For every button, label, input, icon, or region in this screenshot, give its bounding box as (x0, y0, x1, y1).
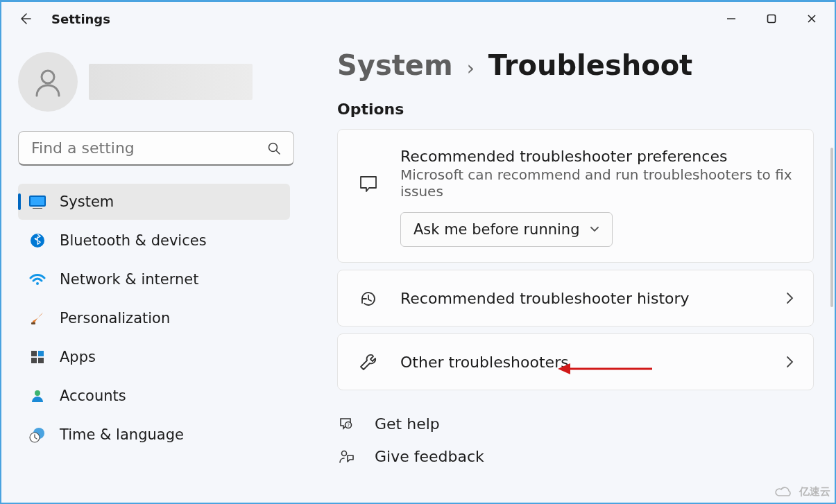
svg-rect-7 (33, 208, 42, 209)
settings-window: { "title": "Settings", "search": { "plac… (0, 0, 836, 504)
dropdown-value: Ask me before running (413, 221, 580, 238)
card-title: Other troubleshooters (400, 354, 765, 371)
card-other-troubleshooters[interactable]: Other troubleshooters (337, 333, 814, 390)
accounts-icon (28, 386, 47, 406)
nav-list: System Bluetooth & devices Network & int… (18, 184, 290, 453)
sidebar-item-personalization[interactable]: Personalization (18, 300, 290, 336)
card-subtitle: Microsoft can recommend and run troubles… (400, 166, 794, 200)
minimize-icon (726, 14, 736, 24)
back-arrow-icon (18, 12, 32, 26)
sidebar-item-label: System (60, 193, 114, 210)
svg-point-9 (36, 282, 39, 285)
options-cards: Recommended troubleshooter preferences M… (337, 129, 814, 390)
chevron-right-icon (785, 291, 794, 305)
clock-globe-icon (28, 425, 47, 444)
profile-name-redacted (89, 64, 253, 100)
scrollbar-thumb[interactable] (830, 148, 833, 307)
link-label: Give feedback (375, 448, 484, 465)
svg-rect-11 (31, 351, 37, 356)
svg-rect-10 (31, 322, 35, 324)
sidebar-item-accounts[interactable]: Accounts (18, 378, 290, 414)
svg-rect-13 (31, 358, 37, 363)
card-title: Recommended troubleshooter history (400, 290, 765, 307)
chevron-right-icon (785, 355, 794, 369)
history-icon (357, 288, 379, 309)
sidebar: System Bluetooth & devices Network & int… (1, 35, 307, 503)
sidebar-item-system[interactable]: System (18, 184, 290, 220)
avatar (18, 52, 78, 112)
sidebar-item-label: Apps (60, 349, 96, 365)
link-give-feedback[interactable]: Give feedback (337, 448, 814, 465)
search-icon (267, 141, 281, 155)
svg-point-15 (35, 390, 40, 396)
link-get-help[interactable]: ? Get help (337, 415, 814, 433)
bluetooth-icon (28, 231, 47, 250)
card-troubleshooter-history[interactable]: Recommended troubleshooter history (337, 270, 814, 327)
svg-line-4 (277, 150, 280, 154)
svg-rect-12 (38, 351, 44, 356)
svg-point-3 (269, 143, 278, 151)
app-title: Settings (51, 12, 110, 26)
maximize-icon (767, 14, 776, 24)
sidebar-item-time-language[interactable]: Time & language (18, 417, 290, 453)
wifi-icon (28, 270, 47, 289)
sidebar-item-label: Personalization (60, 310, 170, 327)
svg-point-2 (42, 71, 54, 83)
search-input[interactable] (31, 139, 267, 157)
link-label: Get help (375, 415, 440, 433)
chevron-down-icon (590, 226, 599, 233)
watermark: 亿速云 (774, 485, 830, 498)
svg-rect-1 (768, 15, 776, 23)
breadcrumb: System › Troubleshoot (337, 49, 814, 81)
feedback-icon (337, 449, 355, 465)
sidebar-item-network[interactable]: Network & internet (18, 261, 290, 297)
card-troubleshooter-prefs: Recommended troubleshooter preferences M… (337, 129, 814, 263)
help-icon: ? (337, 416, 355, 433)
window-controls (711, 5, 832, 33)
paintbrush-icon (28, 309, 47, 328)
speech-bubble-icon (357, 174, 379, 195)
sidebar-item-label: Time & language (60, 426, 184, 443)
sidebar-item-apps[interactable]: Apps (18, 339, 290, 375)
svg-rect-6 (31, 197, 44, 205)
back-button[interactable] (10, 3, 40, 34)
window-body: System Bluetooth & devices Network & int… (1, 35, 835, 503)
sidebar-item-bluetooth[interactable]: Bluetooth & devices (18, 223, 290, 259)
card-title: Recommended troubleshooter preferences (400, 148, 794, 165)
minimize-button[interactable] (711, 5, 751, 33)
chevron-right-icon: › (467, 57, 475, 80)
system-icon (28, 192, 47, 211)
wrench-icon (357, 352, 379, 373)
maximize-button[interactable] (751, 5, 792, 33)
cloud-icon (774, 486, 795, 498)
section-heading: Options (337, 101, 814, 118)
sidebar-item-label: Bluetooth & devices (60, 232, 207, 249)
close-icon (807, 14, 817, 24)
search-box[interactable] (18, 131, 294, 166)
breadcrumb-parent[interactable]: System (337, 49, 453, 81)
titlebar: Settings (1, 2, 835, 35)
prefs-dropdown[interactable]: Ask me before running (400, 212, 613, 247)
person-icon (31, 65, 65, 98)
close-button[interactable] (792, 5, 832, 33)
sidebar-item-label: Accounts (60, 388, 126, 404)
sidebar-item-label: Network & internet (60, 271, 198, 288)
profile-block[interactable] (18, 52, 290, 112)
svg-text:?: ? (347, 423, 350, 428)
svg-point-21 (342, 451, 347, 455)
svg-rect-14 (38, 358, 44, 363)
main-content: System › Troubleshoot Options Recommende… (307, 35, 835, 503)
apps-icon (28, 347, 47, 367)
help-links: ? Get help Give feedback (337, 415, 814, 465)
breadcrumb-current: Troubleshoot (488, 49, 692, 81)
